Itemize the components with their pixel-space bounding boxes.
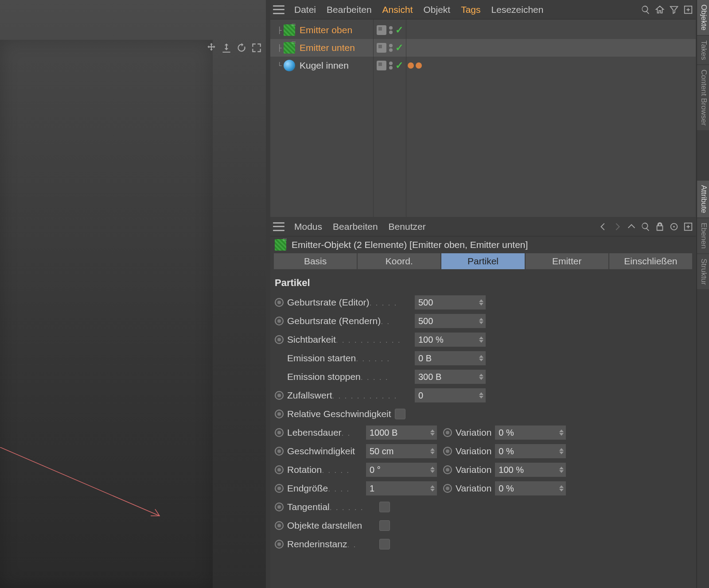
back-icon[interactable] <box>598 222 608 232</box>
side-tab-struktur[interactable]: Struktur <box>697 254 709 290</box>
objekte-darstellen-checkbox[interactable] <box>379 520 390 531</box>
up-icon[interactable] <box>627 222 636 232</box>
anim-dot[interactable] <box>275 428 284 437</box>
tag-icon[interactable] <box>416 62 422 69</box>
endgroesse-variation-input[interactable] <box>495 481 566 495</box>
layer-icon[interactable] <box>377 43 386 53</box>
sichtbarkeit-input[interactable] <box>415 333 486 347</box>
spinner-icon[interactable] <box>478 351 485 365</box>
object-name[interactable]: Emitter unten <box>300 43 355 53</box>
side-tab-attribute[interactable]: Attribute <box>697 181 709 217</box>
tag-icon[interactable] <box>408 62 414 69</box>
side-tab-ebenen[interactable]: Ebenen <box>697 218 709 253</box>
spinner-icon[interactable] <box>558 444 565 458</box>
spinner-icon[interactable] <box>429 481 436 495</box>
anim-dot[interactable] <box>275 540 284 549</box>
anim-dot[interactable] <box>275 521 284 530</box>
geburtsrate-rendern-input[interactable] <box>415 314 486 328</box>
geschwindigkeit-input[interactable] <box>366 444 437 458</box>
tab-einschliessen[interactable]: Einschließen <box>609 253 692 269</box>
anim-dot[interactable] <box>275 391 284 400</box>
menu-objekt[interactable]: Objekt <box>420 3 454 17</box>
lebensdauer-input[interactable] <box>366 426 437 440</box>
anim-dot[interactable] <box>443 465 452 474</box>
anim-dot[interactable] <box>275 465 284 474</box>
tab-basis[interactable]: Basis <box>274 253 357 269</box>
side-tab-content-browser[interactable]: Content Browser <box>697 65 709 130</box>
object-row-emitter-unten[interactable]: ├ Emitter unten ✓ <box>270 39 696 57</box>
spinner-icon[interactable] <box>429 426 436 440</box>
relative-geschwindigkeit-checkbox[interactable] <box>395 409 405 419</box>
rotation-variation-input[interactable] <box>495 463 566 477</box>
zufallswert-input[interactable] <box>415 388 486 402</box>
menu-tags[interactable]: Tags <box>457 3 484 17</box>
search-icon[interactable] <box>641 5 651 15</box>
anim-dot[interactable] <box>275 317 284 325</box>
menu-datei[interactable]: Datei <box>291 3 319 17</box>
object-tags[interactable] <box>408 62 422 69</box>
tab-partikel[interactable]: Partikel <box>441 253 524 269</box>
emission-starten-input[interactable] <box>415 351 486 365</box>
zoom-icon[interactable] <box>221 42 232 54</box>
target-icon[interactable] <box>669 222 679 232</box>
menu-modus[interactable]: Modus <box>291 220 326 234</box>
move-icon[interactable] <box>206 42 217 54</box>
spinner-icon[interactable] <box>558 481 565 495</box>
home-icon[interactable] <box>655 5 665 15</box>
menu-lesezeichen[interactable]: Lesezeichen <box>488 3 547 17</box>
search-icon[interactable] <box>641 222 651 232</box>
filter-icon[interactable] <box>669 5 679 15</box>
rotation-input[interactable] <box>366 463 437 477</box>
viewport[interactable] <box>0 0 266 588</box>
side-tab-takes[interactable]: Takes <box>697 36 709 64</box>
geschwindigkeit-variation-input[interactable] <box>495 444 566 458</box>
object-row-kugel-innen[interactable]: └ Kugel innen ✓ <box>270 57 696 74</box>
frame-icon[interactable] <box>251 42 262 54</box>
visibility-dots[interactable] <box>389 62 393 70</box>
enabled-check-icon[interactable]: ✓ <box>395 42 403 54</box>
menu-bearbeiten[interactable]: Bearbeiten <box>323 3 375 17</box>
layer-icon[interactable] <box>377 25 386 35</box>
object-name[interactable]: Emitter oben <box>300 25 352 35</box>
object-name[interactable]: Kugel innen <box>300 60 349 71</box>
enabled-check-icon[interactable]: ✓ <box>395 24 403 36</box>
tab-koord[interactable]: Koord. <box>358 253 440 269</box>
spinner-icon[interactable] <box>478 370 485 384</box>
spinner-icon[interactable] <box>429 463 436 477</box>
side-tab-objekte[interactable]: Objekte <box>697 0 709 35</box>
hamburger-icon[interactable] <box>273 5 284 14</box>
menu-benutzer[interactable]: Benutzer <box>385 220 429 234</box>
visibility-dots[interactable] <box>389 44 393 52</box>
lebensdauer-variation-input[interactable] <box>495 426 566 440</box>
spinner-icon[interactable] <box>478 388 485 402</box>
menu-bearbeiten[interactable]: Bearbeiten <box>329 220 382 234</box>
add-panel-icon[interactable] <box>683 222 693 232</box>
spinner-icon[interactable] <box>429 444 436 458</box>
geburtsrate-editor-input[interactable] <box>415 295 486 309</box>
add-panel-icon[interactable] <box>683 5 693 15</box>
anim-dot[interactable] <box>275 447 284 456</box>
anim-dot[interactable] <box>275 298 284 307</box>
viewport-render-area[interactable] <box>0 40 213 588</box>
forward-icon[interactable] <box>612 222 622 232</box>
anim-dot[interactable] <box>443 447 452 456</box>
visibility-dots[interactable] <box>389 26 393 34</box>
anim-dot[interactable] <box>275 335 284 344</box>
tab-emitter[interactable]: Emitter <box>526 253 608 269</box>
object-list[interactable]: ├ Emitter oben ✓ ├ Emitter unten ✓ <box>270 19 696 217</box>
anim-dot[interactable] <box>443 484 452 493</box>
layer-icon[interactable] <box>377 61 386 70</box>
emission-stoppen-input[interactable] <box>415 370 486 384</box>
spinner-icon[interactable] <box>478 295 485 309</box>
tangential-checkbox[interactable] <box>379 502 390 512</box>
renderinstanz-checkbox[interactable] <box>379 539 390 549</box>
anim-dot[interactable] <box>275 410 284 418</box>
menu-ansicht[interactable]: Ansicht <box>379 3 417 17</box>
spinner-icon[interactable] <box>478 314 485 328</box>
spinner-icon[interactable] <box>558 463 565 477</box>
hamburger-icon[interactable] <box>273 222 284 231</box>
spinner-icon[interactable] <box>478 333 485 347</box>
spinner-icon[interactable] <box>558 426 565 440</box>
anim-dot[interactable] <box>443 428 452 437</box>
endgroesse-input[interactable] <box>366 481 437 495</box>
